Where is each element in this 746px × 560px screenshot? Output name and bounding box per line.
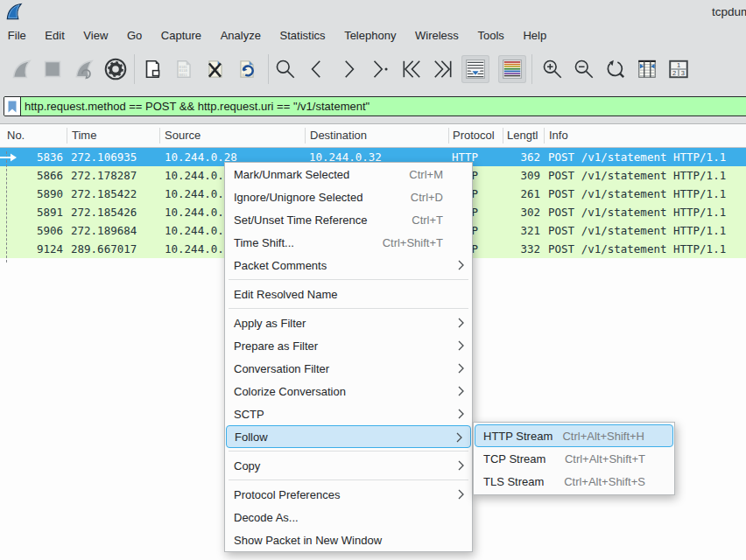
menu-item-time-reference[interactable]: Set/Unset Time Reference Ctrl+T — [225, 208, 472, 231]
zoom-reset-button[interactable] — [602, 55, 630, 83]
submenu-item-tls-stream[interactable]: TLS Stream Ctrl+Alt+Shift+S — [474, 470, 674, 493]
column-header-info[interactable]: Info — [544, 124, 746, 147]
file-open-button[interactable] — [138, 55, 166, 83]
menu-item-follow[interactable]: Follow — [226, 425, 471, 448]
cell-info: POST /v1/statement HTTP/1.1 — [544, 221, 746, 240]
auto-scroll-button[interactable] — [461, 55, 489, 83]
column-header-protocol[interactable]: Protocol — [448, 124, 503, 147]
go-to-packet-button[interactable] — [366, 55, 394, 83]
window-title: tcpdump — [712, 5, 746, 18]
layout-123-icon: 1 2 3 — [667, 58, 690, 80]
zoom-out-button[interactable] — [570, 55, 598, 83]
menu-file[interactable]: File — [0, 24, 36, 47]
cell-time: 272.185426 — [67, 203, 159, 221]
cell-info: POST /v1/statement HTTP/1.1 — [544, 166, 746, 185]
menu-item-label: Follow — [235, 430, 268, 444]
auto-scroll-icon — [464, 58, 487, 80]
menu-telephony[interactable]: Telephony — [334, 24, 405, 47]
menu-analyze[interactable]: Analyze — [211, 24, 271, 47]
find-packet-button[interactable] — [271, 55, 299, 83]
menu-item-packet-comments[interactable]: Packet Comments — [225, 254, 472, 276]
save-file-icon: 0101 0110 0011 — [172, 58, 195, 80]
display-filter-input[interactable] — [21, 97, 746, 116]
cell-no: 5890 — [0, 185, 67, 203]
submenu-arrow-icon — [458, 260, 464, 270]
menu-item-label: Time Shift... — [234, 236, 294, 249]
restart-fin-icon — [72, 58, 96, 80]
file-close-button[interactable]: 0101 0110 — [201, 55, 229, 83]
menu-item-show-packet-in-new-window[interactable]: Show Packet in New Window — [225, 528, 472, 551]
menu-item-label: Edit Resolved Name — [234, 288, 338, 301]
menu-go[interactable]: Go — [117, 24, 151, 47]
menu-help[interactable]: Help — [514, 24, 556, 47]
titlebar: tcpdump — [0, 0, 746, 24]
cell-time: 272.185422 — [67, 185, 159, 203]
menu-view[interactable]: View — [74, 24, 118, 47]
submenu-arrow-icon — [458, 318, 464, 328]
menu-item-label: Prepare as Filter — [234, 340, 318, 353]
capture-restart-button[interactable] — [70, 55, 98, 83]
menu-item-label: Show Packet in New Window — [234, 534, 382, 547]
file-reload-button[interactable]: 101 0110 — [233, 55, 261, 83]
menu-item-label: Set/Unset Time Reference — [234, 214, 367, 227]
menu-wireless[interactable]: Wireless — [405, 24, 468, 47]
menu-item-edit-resolved-name[interactable]: Edit Resolved Name — [225, 283, 472, 305]
menu-statistics[interactable]: Statistics — [271, 24, 335, 47]
submenu-item-http-stream[interactable]: HTTP Stream Ctrl+Alt+Shift+H — [475, 424, 673, 447]
cell-info: POST /v1/statement HTTP/1.1 — [544, 148, 746, 166]
cell-info: POST /v1/statement HTTP/1.1 — [544, 203, 746, 221]
filter-toolbar — [0, 91, 746, 124]
menu-item-colorize-conversation[interactable]: Colorize Conversation — [225, 380, 472, 402]
go-back-button[interactable] — [303, 55, 331, 83]
capture-stop-button[interactable] — [39, 55, 67, 83]
submenu-arrow-icon — [456, 432, 462, 443]
colorize-icon — [501, 58, 524, 80]
menu-item-protocol-preferences[interactable]: Protocol Preferences — [225, 483, 472, 506]
cell-no: 9124 — [0, 240, 67, 258]
capture-options-button[interactable] — [102, 55, 130, 83]
menu-item-shortcut: Ctrl+Alt+Shift+T — [565, 452, 645, 466]
menu-separator — [225, 448, 472, 454]
column-header-no[interactable]: No. — [0, 124, 67, 147]
menu-item-label: TLS Stream — [483, 475, 544, 488]
menu-tools[interactable]: Tools — [468, 24, 514, 47]
resize-columns-button[interactable] — [633, 55, 661, 83]
toolbar-separator — [531, 54, 532, 84]
menu-item-copy[interactable]: Copy — [225, 454, 472, 477]
menu-item-label: Protocol Preferences — [234, 488, 340, 501]
menu-item-label: Packet Comments — [234, 259, 327, 272]
menu-item-sctp[interactable]: SCTP — [225, 402, 472, 425]
menu-item-conversation-filter[interactable]: Conversation Filter — [225, 357, 472, 380]
filter-bookmark-button[interactable] — [4, 97, 21, 116]
menu-item-mark-unmark[interactable]: Mark/Unmark Selected Ctrl+M — [225, 163, 472, 186]
menu-item-prepare-as-filter[interactable]: Prepare as Filter — [225, 334, 472, 357]
column-header-destination[interactable]: Destination — [305, 124, 448, 147]
menu-item-time-shift[interactable]: Time Shift... Ctrl+Shift+T — [225, 231, 472, 254]
column-header-length[interactable]: Lengtl — [503, 124, 544, 147]
menu-capture[interactable]: Capture — [151, 24, 211, 47]
go-last-button[interactable] — [429, 55, 457, 83]
column-header-time[interactable]: Time — [67, 124, 159, 147]
colorize-packets-button[interactable] — [498, 55, 526, 83]
menu-item-ignore[interactable]: Ignore/Unignore Selected Ctrl+D — [225, 186, 472, 208]
wireshark-window: tcpdump File Edit View Go Capture Analyz… — [0, 0, 746, 560]
zoom-reset-icon — [604, 58, 627, 80]
cell-length: 302 — [503, 203, 544, 221]
column-header-source[interactable]: Source — [159, 124, 305, 147]
menu-edit[interactable]: Edit — [36, 24, 74, 47]
zoom-in-button[interactable] — [538, 55, 567, 83]
capture-start-button[interactable] — [7, 55, 35, 83]
file-save-button[interactable]: 0101 0110 0011 — [170, 55, 198, 83]
go-first-button[interactable] — [398, 55, 426, 83]
menu-item-apply-as-filter[interactable]: Apply as Filter — [225, 312, 472, 334]
submenu-item-tcp-stream[interactable]: TCP Stream Ctrl+Alt+Shift+T — [474, 447, 674, 470]
menu-item-decode-as[interactable]: Decode As... — [225, 506, 472, 528]
follow-submenu: HTTP Stream Ctrl+Alt+Shift+H TCP Stream … — [473, 422, 675, 495]
chevron-left-icon — [306, 58, 328, 80]
menu-separator — [225, 276, 472, 283]
resize-columns-icon — [636, 58, 658, 80]
layout-123-button[interactable]: 1 2 3 — [665, 55, 693, 83]
go-forward-button[interactable] — [334, 55, 362, 83]
menu-item-label: Conversation Filter — [234, 362, 329, 375]
go-to-packet-icon — [369, 58, 391, 80]
